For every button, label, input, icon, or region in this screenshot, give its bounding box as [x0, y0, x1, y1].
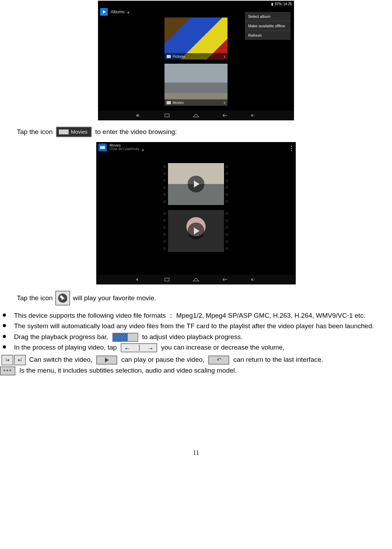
- text: Drag the playback progress bar,: [14, 333, 108, 340]
- status-bar: ▮ 87% 14:26: [98, 1, 294, 7]
- controls-description: I◂ ▸I Can switch the video, can play or …: [0, 354, 392, 376]
- volume-up-icon[interactable]: [250, 113, 257, 118]
- menu-item-offline[interactable]: Make available offline: [245, 21, 290, 31]
- text: you can increase or decrease the volume,: [161, 344, 285, 351]
- clock: 14:26: [283, 2, 292, 6]
- recent-apps-icon[interactable]: [163, 113, 171, 118]
- battery-icon: ▮: [271, 2, 273, 6]
- screenshot-video-browser: Movies Vista de cuadrícula ◢: [96, 142, 296, 284]
- menu-item-refresh[interactable]: Refresh: [245, 31, 290, 40]
- text: can play or pause the video,: [121, 356, 204, 363]
- gallery-app-icon: [100, 8, 108, 16]
- return-icon: ↶: [208, 356, 229, 365]
- app-title: Albums: [111, 9, 125, 14]
- android-nav-bar: [98, 111, 294, 120]
- recent-apps-icon[interactable]: [163, 277, 171, 282]
- back-icon[interactable]: [221, 277, 229, 282]
- back-icon[interactable]: [221, 113, 229, 118]
- bullet-formats: This device supports the following video…: [0, 310, 392, 321]
- overflow-menu: Select album Make available offline Refr…: [245, 12, 290, 40]
- album-pictures[interactable]: Pictures 1: [164, 17, 227, 59]
- app-subtitle: Vista de cuadrícula: [110, 147, 139, 151]
- svg-rect-2: [100, 146, 105, 149]
- album-label: Pictures: [173, 55, 185, 58]
- instruction-line-1: Tap the icon Movies to enter the video b…: [17, 127, 392, 137]
- volume-down-icon[interactable]: [135, 277, 142, 282]
- text: to enter the video browsing:: [95, 127, 177, 136]
- text: can return to the last interface.: [233, 356, 323, 363]
- volume-up-icon[interactable]: [250, 277, 257, 282]
- menu-item-select-album[interactable]: Select album: [245, 12, 290, 21]
- volume-down-icon[interactable]: [135, 113, 142, 118]
- screenshot-gallery-albums: ▮ 87% 14:26 Albums ◢ Select album Make a…: [98, 1, 294, 120]
- video-player-app-icon: [98, 143, 107, 151]
- progress-bar-icon: [112, 333, 138, 342]
- text: Is the menu, it includes subtitles selec…: [19, 367, 237, 374]
- play-button-icon: [55, 291, 70, 305]
- home-icon[interactable]: [192, 113, 200, 118]
- spinner-caret-icon: ◢: [141, 148, 144, 151]
- play-pause-icon: [96, 356, 117, 365]
- play-overlay-icon: [188, 223, 204, 239]
- home-icon[interactable]: [192, 277, 200, 282]
- folder-icon: [59, 129, 69, 134]
- movies-folder-badge: Movies: [56, 127, 92, 137]
- instruction-line-2: Tap the icon will play your favorite mov…: [17, 291, 392, 305]
- album-label: Movies: [173, 101, 184, 105]
- skip-next-icon: ▸I: [14, 355, 26, 365]
- overflow-menu-icon[interactable]: [291, 146, 292, 151]
- page-number: 11: [0, 449, 392, 457]
- text: In the process of playing video, tap: [14, 344, 117, 351]
- svg-rect-3: [165, 278, 169, 281]
- battery-pct: 87%: [275, 2, 282, 6]
- bullet-volume: In the process of playing video, tap you…: [0, 342, 392, 353]
- volume-control-icon: [121, 343, 157, 352]
- skip-prev-icon: I◂: [1, 355, 13, 365]
- video-thumbnail[interactable]: [168, 163, 224, 205]
- album-count: 2: [224, 101, 225, 105]
- bullet-autoload: The system will automatically load any v…: [0, 321, 392, 331]
- spinner-caret-icon: ◢: [127, 10, 129, 14]
- svg-rect-0: [165, 114, 169, 117]
- text: Tap the icon: [17, 294, 52, 303]
- text: Can switch the video,: [29, 356, 92, 363]
- video-thumbnail[interactable]: [168, 210, 224, 252]
- text: will play your favorite movie.: [73, 294, 156, 303]
- bullet-progress: Drag the playback progress bar, to adjus…: [0, 332, 392, 342]
- play-overlay-icon: [188, 176, 204, 192]
- folder-icon: [167, 101, 171, 104]
- app-bar: Movies Vista de cuadrícula ◢: [96, 142, 296, 153]
- text: The system will automatically load any v…: [0, 321, 392, 331]
- text: to adjust video playback progress.: [142, 333, 243, 340]
- folder-icon: [167, 55, 171, 58]
- android-nav-bar: [96, 275, 296, 284]
- badge-label: Movies: [71, 128, 91, 135]
- prev-next-icons: I◂ ▸I: [1, 355, 26, 365]
- album-movies[interactable]: Movies 2: [164, 64, 227, 106]
- text: Tap the icon: [17, 127, 52, 136]
- album-count: 1: [224, 55, 225, 58]
- menu-dots-icon: •••: [0, 366, 15, 375]
